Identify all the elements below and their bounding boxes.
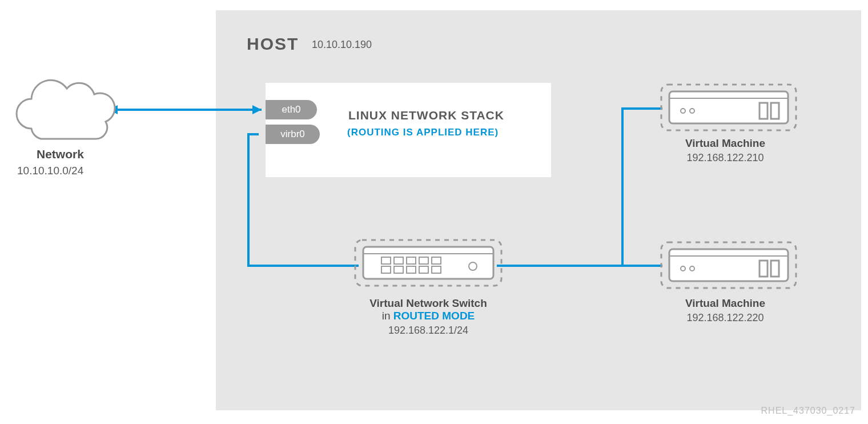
vm1-label-group: Virtual Machine 192.168.122.210: [657, 137, 794, 164]
vm2-label-group: Virtual Machine 192.168.122.220: [657, 297, 794, 324]
stack-title: LINUX NETWORK STACK: [348, 109, 504, 122]
stack-subtitle: (ROUTING IS APPLIED HERE): [347, 127, 499, 138]
switch-label-mode: ROUTED MODE: [393, 310, 475, 322]
host-container: HOST 10.10.10.190: [216, 10, 861, 410]
external-network-label: Network: [37, 147, 84, 161]
switch-ip: 192.168.122.1/24: [345, 325, 511, 337]
switch-label-line1: Virtual Network Switch: [345, 297, 511, 310]
cloud-icon: [17, 80, 115, 139]
svg-marker-1: [108, 105, 118, 114]
host-ip: 10.10.10.190: [312, 39, 372, 51]
interface-virbr0: virbr0: [266, 125, 320, 144]
host-title: HOST: [247, 34, 299, 54]
vm1-label: Virtual Machine: [657, 137, 794, 150]
vm2-ip: 192.168.122.220: [657, 312, 794, 324]
interface-eth0: eth0: [266, 100, 317, 119]
virtual-switch-label: Virtual Network Switch in ROUTED MODE 19…: [345, 297, 511, 337]
vm1-ip: 192.168.122.210: [657, 152, 794, 164]
vm2-label: Virtual Machine: [657, 297, 794, 310]
external-network-subnet: 10.10.10.0/24: [17, 165, 83, 177]
diagram-id: RHEL_437030_0217: [761, 406, 855, 416]
switch-label-prefix: in: [382, 310, 393, 322]
